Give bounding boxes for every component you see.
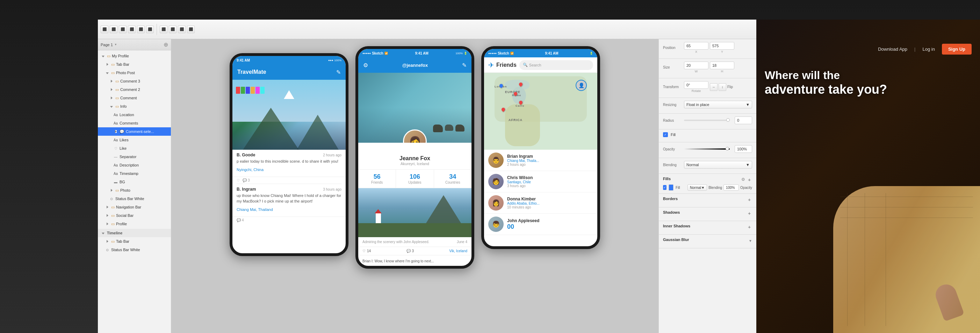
friend-item-brian[interactable]: 👨 Brian Ingram Chiang Mai, Thaila... 2 h…	[484, 150, 597, 171]
opacity-slider[interactable]	[684, 148, 730, 150]
profile-nav-edit-icon[interactable]: ✎	[462, 62, 466, 69]
battery-3: 🔋	[590, 52, 593, 55]
blending-dropdown[interactable]: Normal ▼	[684, 161, 752, 169]
map-line-v2	[865, 193, 865, 326]
layer-profile[interactable]: ▭ Profile	[98, 220, 171, 228]
opacity-value-field[interactable]: 100%	[735, 145, 752, 153]
layer-like[interactable]: ♡ Like	[98, 144, 171, 153]
fill-checkbox[interactable]: ✓	[663, 132, 668, 137]
layer-text-icon: Aa	[113, 138, 118, 142]
search-bar[interactable]: 🔍 Search	[519, 60, 593, 70]
layer-likes[interactable]: Aa Likes	[98, 136, 171, 144]
layer-description-label: Description	[119, 163, 139, 167]
layer-triangle-icon	[105, 71, 110, 75]
y-field[interactable]: 575	[710, 42, 734, 50]
distribute-3-button[interactable]: ⬛	[187, 25, 195, 33]
post-2-location: Chiang Mai, Thailand	[237, 207, 273, 212]
shadows-add-button[interactable]: +	[746, 210, 752, 216]
layer-location-label: Location	[119, 113, 134, 117]
layer-comment-label: Comment	[120, 96, 137, 100]
layer-social-bar[interactable]: ▭ Social Bar	[98, 211, 171, 220]
align-bottom-button[interactable]: ⬛	[146, 25, 154, 33]
layer-navigation-bar[interactable]: ▭ Navigation Bar	[98, 203, 171, 211]
layer-bg[interactable]: ▬ BG	[98, 178, 171, 186]
fill-blending-dropdown[interactable]: Normal ▼	[687, 184, 707, 191]
profile-username: @jeannefox	[402, 63, 428, 68]
comment-group[interactable]: 💬 3	[406, 249, 414, 253]
fills-gear-icon[interactable]: ⚙	[741, 177, 745, 183]
profile-nav-gear-icon[interactable]: ⚙	[363, 62, 368, 69]
layer-comment-3[interactable]: ▭ Comment 3	[98, 77, 171, 85]
layer-location[interactable]: Aa Location	[98, 110, 171, 119]
x-field[interactable]: 65	[684, 42, 708, 50]
radius-value-field[interactable]: 0	[735, 116, 752, 124]
flip-v-button[interactable]: ↕	[719, 83, 726, 91]
post-2-count: 4	[242, 218, 244, 222]
layer-item-label: My Profile	[112, 54, 129, 58]
friend-time-brian: 2 hours ago	[507, 163, 593, 167]
distribute-2-button[interactable]: ⬛	[178, 25, 186, 33]
post-1-comment-action[interactable]: 💬 3	[243, 178, 250, 182]
flip-h-button[interactable]: ↔	[710, 83, 718, 91]
layer-timeline[interactable]: Timeline	[98, 229, 171, 237]
friend-item-john[interactable]: 👦 John Appleseed 00	[484, 214, 597, 235]
reaction-location: Vik, Iceland	[449, 249, 467, 253]
fill-opacity-field[interactable]: 100%	[724, 184, 739, 191]
layer-description[interactable]: Aa Description	[98, 161, 171, 169]
friend-item-donna[interactable]: 👩 Donna Kimber Addis Ababa, Ethio... 10 …	[484, 193, 597, 214]
align-right-button[interactable]: ⬛	[119, 25, 127, 33]
layer-info[interactable]: ▭ Info	[98, 102, 171, 110]
layers-add-button[interactable]: ⊕	[164, 41, 168, 48]
nav-signup-button[interactable]: Sign Up	[942, 44, 972, 54]
distribute-h-button[interactable]: ⬛	[160, 25, 167, 33]
radius-slider[interactable]	[684, 119, 730, 121]
layer-timestamp[interactable]: Aa Timestamp	[98, 169, 171, 178]
page-selector[interactable]: Page 1 ▼	[101, 43, 117, 47]
post-2-comment-action[interactable]: 💬 4	[237, 218, 244, 222]
fills-add-button[interactable]: +	[746, 177, 752, 183]
profile-stats: 56 Friends 106 Updates 34 Countries	[358, 169, 471, 188]
wifi-icon-2: 📶	[385, 52, 388, 55]
distribute-v-button[interactable]: ⬛	[169, 25, 177, 33]
resizing-dropdown[interactable]: Float in place ▼	[684, 101, 752, 108]
map-line-3	[840, 218, 973, 218]
nav-download-link[interactable]: Download App	[878, 46, 907, 52]
like-group[interactable]: ♡ 14	[363, 249, 371, 253]
inner-shadows-add-button[interactable]: +	[746, 224, 752, 230]
inspector-size-section: Size 20 W 18 H	[659, 59, 756, 78]
align-center-v-button[interactable]: ⬛	[137, 25, 145, 33]
layer-tab-bar[interactable]: ▭ Tab Bar	[98, 60, 171, 69]
layer-photo[interactable]: ▭ Photo	[98, 186, 171, 194]
friend-item-chris[interactable]: 🧑 Chris Wilson Santiago, Chile 3 hours a…	[484, 171, 597, 193]
phone1-edit-icon[interactable]: ✎	[336, 69, 341, 76]
post-1-like-action[interactable]: ♡	[237, 178, 240, 182]
align-top-button[interactable]: ⬛	[128, 25, 135, 33]
rotate-field[interactable]: 0°	[684, 81, 708, 89]
resizing-value: Float in place	[686, 102, 709, 107]
status-time-2: 9:41 AM	[415, 51, 428, 55]
layer-comment[interactable]: ▭ Comment	[98, 94, 171, 102]
layer-triangle-icon	[101, 231, 105, 235]
layer-comment-2[interactable]: ▭ Comment 2	[98, 85, 171, 94]
stat-updates[interactable]: 106 Updates	[396, 170, 434, 188]
layer-status-bar-white[interactable]: ⊙ Status Bar White	[98, 194, 171, 203]
align-left-button[interactable]: ⬛	[101, 25, 108, 33]
layer-timeline-tab-bar[interactable]: ▭ Tab Bar	[98, 237, 171, 245]
layer-comment-selected[interactable]: 💬 Comment-sele...	[98, 127, 171, 136]
fill-label: Fill	[671, 132, 752, 137]
layer-comments[interactable]: Aa Comments	[98, 119, 171, 127]
w-field[interactable]: 20	[684, 62, 708, 69]
fill-row-checkbox[interactable]: ✓	[663, 185, 667, 190]
layer-photo-post[interactable]: ▭ Photo Post	[98, 69, 171, 77]
borders-add-button[interactable]: +	[746, 197, 752, 202]
align-center-h-button[interactable]: ⬛	[110, 25, 118, 33]
h-field[interactable]: 18	[710, 62, 734, 69]
nav-login-link[interactable]: Log in	[922, 46, 935, 52]
layer-timeline-status-bar[interactable]: ⊙ Status Bar White	[98, 245, 171, 254]
fill-color-swatch[interactable]	[668, 184, 673, 191]
stat-friends[interactable]: 56 Friends	[358, 170, 396, 188]
layer-separator[interactable]: — Separator	[98, 153, 171, 161]
friend-emoji-donna: 👩	[492, 199, 500, 207]
stat-countries[interactable]: 34 Countries	[434, 170, 471, 188]
layer-my-profile[interactable]: ▭ My Profile	[98, 52, 171, 60]
